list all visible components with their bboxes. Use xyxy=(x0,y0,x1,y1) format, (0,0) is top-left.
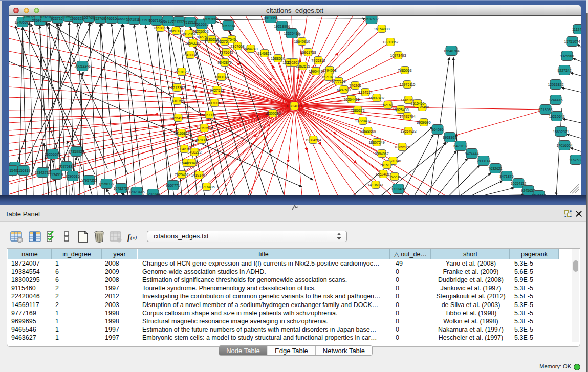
svg-text:10973493: 10973493 xyxy=(390,54,406,57)
svg-text:9777169: 9777169 xyxy=(332,80,345,83)
svg-text:1112480: 1112480 xyxy=(572,28,581,31)
svg-text:8215955: 8215955 xyxy=(538,108,552,112)
svg-text:8186328: 8186328 xyxy=(205,38,219,41)
svg-text:13654923: 13654923 xyxy=(400,129,416,133)
svg-text:17359924: 17359924 xyxy=(68,150,84,154)
svg-text:17016504: 17016504 xyxy=(556,144,572,147)
svg-text:2933114: 2933114 xyxy=(477,159,491,163)
svg-text:14191447: 14191447 xyxy=(191,173,207,177)
svg-text:9329966: 9329966 xyxy=(560,54,574,58)
svg-text:(x): (x) xyxy=(130,234,137,241)
svg-text:16958127: 16958127 xyxy=(98,182,114,186)
svg-text:9384067: 9384067 xyxy=(375,152,388,156)
svg-text:6479197: 6479197 xyxy=(453,144,467,148)
svg-text:13720407: 13720407 xyxy=(355,119,371,123)
svg-text:1615132: 1615132 xyxy=(380,163,394,167)
svg-text:90975887: 90975887 xyxy=(58,165,74,168)
svg-text:12023446: 12023446 xyxy=(128,190,144,194)
svg-text:9657771: 9657771 xyxy=(166,184,180,187)
svg-text:9227342: 9227342 xyxy=(557,69,571,72)
svg-text:2367608: 2367608 xyxy=(230,45,244,48)
svg-text:8471876: 8471876 xyxy=(499,174,513,178)
svg-text:3878332: 3878332 xyxy=(194,138,208,142)
svg-text:1733426: 1733426 xyxy=(391,187,405,191)
svg-text:2637682: 2637682 xyxy=(364,17,378,21)
svg-text:2718129: 2718129 xyxy=(175,70,188,74)
svg-text:6794028: 6794028 xyxy=(322,69,336,72)
svg-text:1167533: 1167533 xyxy=(569,158,581,162)
svg-text:1134519: 1134519 xyxy=(50,173,63,177)
svg-text:16154808: 16154808 xyxy=(374,27,389,31)
svg-text:12975115: 12975115 xyxy=(400,83,416,86)
svg-text:10025438: 10025438 xyxy=(393,108,408,112)
svg-text:14136141: 14136141 xyxy=(367,183,383,187)
svg-text:20364436: 20364436 xyxy=(343,98,359,101)
svg-text:16640910: 16640910 xyxy=(294,40,310,43)
svg-text:19654982: 19654982 xyxy=(170,116,186,120)
svg-text:23226053: 23226053 xyxy=(192,30,208,33)
svg-text:12353594: 12353594 xyxy=(196,126,212,130)
svg-text:7955812: 7955812 xyxy=(311,59,325,62)
svg-text:9146821: 9146821 xyxy=(257,52,271,55)
svg-text:7546: 7546 xyxy=(228,38,236,41)
svg-text:2803144: 2803144 xyxy=(214,75,228,79)
svg-text:18724007: 18724007 xyxy=(286,104,302,108)
svg-text:10782759: 10782759 xyxy=(113,187,129,190)
svg-text:6939695: 6939695 xyxy=(417,121,430,124)
svg-text:6497503: 6497503 xyxy=(337,88,351,92)
svg-text:746266: 746266 xyxy=(349,84,361,87)
svg-text:1588520: 1588520 xyxy=(271,57,285,60)
svg-text:1990443: 1990443 xyxy=(309,70,322,73)
svg-text:18300295: 18300295 xyxy=(265,112,280,115)
svg-text:15751074: 15751074 xyxy=(564,40,580,43)
svg-text:12342737: 12342737 xyxy=(34,171,50,174)
svg-text:16807487: 16807487 xyxy=(368,96,384,100)
svg-text:9515460: 9515460 xyxy=(410,102,424,105)
svg-text:12213382: 12213382 xyxy=(169,86,185,90)
svg-text:3267130: 3267130 xyxy=(202,113,216,117)
svg-text:7485063: 7485063 xyxy=(398,69,411,72)
svg-text:12325419: 12325419 xyxy=(284,32,299,35)
svg-text:19218906: 19218906 xyxy=(274,25,290,28)
svg-text:16053809: 16053809 xyxy=(202,17,218,21)
svg-text:12033822: 12033822 xyxy=(548,83,563,86)
svg-text:1290515: 1290515 xyxy=(66,174,79,178)
svg-text:16648784: 16648784 xyxy=(443,49,459,53)
svg-text:15692971: 15692971 xyxy=(553,130,569,134)
svg-text:7663822: 7663822 xyxy=(153,26,167,30)
svg-text:7386372: 7386372 xyxy=(351,108,364,112)
svg-text:62160: 62160 xyxy=(383,103,393,107)
svg-text:10654112: 10654112 xyxy=(511,182,527,185)
svg-text:1621073: 1621073 xyxy=(321,75,335,79)
svg-text:14495794: 14495794 xyxy=(399,115,415,118)
svg-text:17957255: 17957255 xyxy=(81,179,97,182)
svg-text:19166827: 19166827 xyxy=(173,132,189,135)
svg-text:9245652: 9245652 xyxy=(521,189,535,192)
svg-text:16210643: 16210643 xyxy=(549,115,564,118)
svg-text:1362615: 1362615 xyxy=(296,64,310,68)
svg-text:7632621: 7632621 xyxy=(488,167,502,170)
svg-text:8454749: 8454749 xyxy=(244,47,257,51)
svg-text:9242845: 9242845 xyxy=(217,61,231,64)
svg-text:26206578: 26206578 xyxy=(45,152,60,156)
svg-text:4099483: 4099483 xyxy=(185,161,199,165)
svg-text:8938923: 8938923 xyxy=(443,136,456,139)
svg-text:3124514: 3124514 xyxy=(358,91,372,94)
svg-text:7625402: 7625402 xyxy=(175,173,188,177)
svg-text:164095: 164095 xyxy=(431,128,443,132)
svg-text:3498222: 3498222 xyxy=(187,150,201,154)
svg-text:1244415: 1244415 xyxy=(549,98,562,102)
svg-text:10543382: 10543382 xyxy=(185,41,201,45)
svg-text:10756928: 10756928 xyxy=(394,145,410,149)
svg-text:1156819: 1156819 xyxy=(17,169,31,172)
svg-text:9474444: 9474444 xyxy=(465,152,478,156)
svg-text:16961758: 16961758 xyxy=(300,51,316,54)
svg-text:12213967: 12213967 xyxy=(382,40,398,44)
svg-text:7857234: 7857234 xyxy=(221,24,235,28)
svg-text:19384554: 19384554 xyxy=(305,138,321,142)
svg-text:9427512: 9427512 xyxy=(210,89,224,92)
svg-text:3875645: 3875645 xyxy=(219,51,233,54)
svg-text:8660123: 8660123 xyxy=(169,29,183,33)
svg-text:20053346: 20053346 xyxy=(74,64,90,68)
svg-text:8813054: 8813054 xyxy=(264,16,277,20)
